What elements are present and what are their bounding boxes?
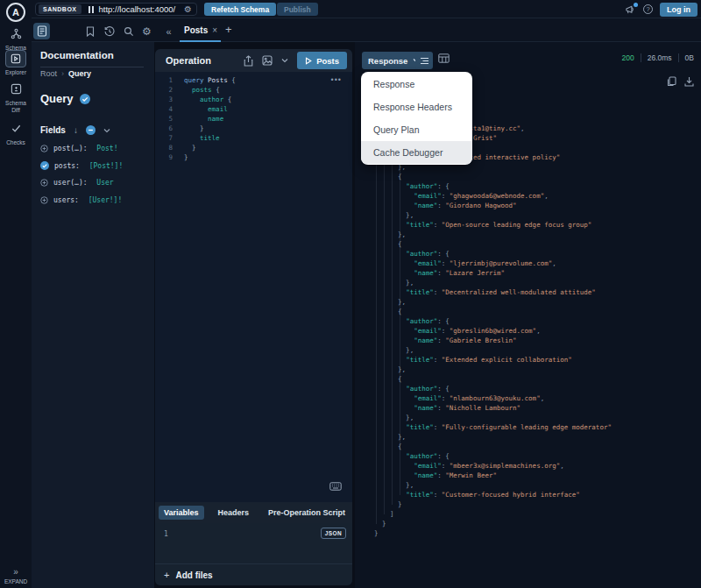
more-options-icon[interactable]: ••• [331,75,342,84]
deselect-all-icon[interactable] [86,125,96,135]
format-response-button[interactable] [415,52,433,69]
search-icon[interactable] [120,23,137,39]
run-operation-button[interactable]: Posts [297,52,347,69]
operation-panel: Operation Posts 1query Posts {2 posts {3 [155,49,352,585]
line-number: 7 [155,133,173,143]
pause-icon[interactable] [89,6,94,13]
json-line: } [374,499,701,509]
breadcrumb-root[interactable]: Root [40,69,57,78]
chevron-down-icon[interactable] [281,58,288,63]
tab-label[interactable]: Posts [184,25,208,35]
footer-tab-variables[interactable]: Variables [159,506,204,520]
saved-operations-bookmark-icon[interactable] [81,23,98,39]
checked-circle-icon[interactable] [40,161,49,170]
json-line: "name": "Lazare Jerrim" [374,268,701,278]
image-icon[interactable] [262,55,273,66]
format-lines-icon [420,57,429,65]
operation-footer-tabs: VariablesHeadersPre-Operation ScriptPost… [155,502,352,523]
json-line: "email": "ghagwooda6@webnode.com", [374,191,701,201]
field-type[interactable]: User [96,179,113,187]
menu-item-cache-debugger[interactable]: Cache Debugger [361,141,472,164]
json-line: "author": { [374,249,701,259]
share-icon[interactable] [244,55,253,67]
breadcrumb-separator: › [61,69,64,78]
field-row[interactable]: user(…): User [40,174,151,192]
latency: 26.0ms [648,53,672,62]
code-text: name [184,114,223,124]
json-line: { [374,307,701,316]
code-text: author { [184,95,231,104]
rail-label: Checks [0,139,32,146]
refetch-schema-button[interactable]: Refetch Schema [204,3,276,16]
response-status: 200 26.0ms 0B [622,53,694,62]
publish-button[interactable]: Publish [277,3,318,16]
rail-item-schema[interactable]: Schema [0,27,32,52]
connection-settings-gear-icon[interactable]: ⚙ [184,4,192,14]
variables-editor[interactable]: 1 JSON [155,523,352,563]
field-type[interactable]: [User!]! [89,196,123,204]
json-line: "email": "gbreslin6b@wired.com", [374,326,701,336]
operation-title: Operation [166,55,211,66]
code-line: 7 title [155,133,352,143]
json-line: }, [374,345,701,355]
operation-tab-posts[interactable]: Posts × [181,18,221,42]
notification-dot [634,3,638,7]
menu-item-query-plan[interactable]: Query Plan [361,118,472,141]
format-badge: JSON [321,528,346,539]
code-line: 1query Posts { [155,75,352,85]
table-view-icon[interactable] [438,53,450,63]
new-tab-button[interactable]: + [225,23,232,36]
menu-item-response-headers[interactable]: Response Headers [361,96,472,118]
json-line: }, [374,365,701,374]
json-line: { [374,374,701,384]
rail-item-schema-diff[interactable]: Schema Diff [0,82,32,114]
json-line: } [374,528,701,538]
history-icon[interactable] [101,23,117,39]
rail-item-explorer[interactable]: Explorer [0,50,32,76]
rail-item-checks[interactable]: Checks [0,122,32,146]
tab-close-icon[interactable]: × [212,25,217,35]
line-number: 6 [155,124,173,133]
json-line: "author": { [374,316,701,326]
schema-icon [11,28,22,39]
breadcrumb: Root › Query [40,69,91,78]
endpoint-url-field[interactable]: SANDBOX http://localhost:4000/ ⚙ [35,3,197,16]
json-line: "author": { [374,384,701,393]
footer-tab-headers[interactable]: Headers [213,506,255,520]
plus-circle-icon[interactable] [40,145,48,152]
chevron-down-icon[interactable] [103,128,110,133]
keyboard-shortcuts-icon[interactable] [329,482,342,491]
operation-editor[interactable]: 1query Posts {2 posts {3 author {4 email… [155,72,352,502]
apollo-logo[interactable]: A [6,3,25,22]
add-files-button[interactable]: + Add files [155,563,352,585]
field-row[interactable]: posts: [Post!]! [40,158,151,175]
json-line: "email": "mbeer3x@simplemachines.org", [374,461,701,471]
plus-circle-icon[interactable] [40,196,48,204]
json-line: }, [374,432,701,442]
sort-icon[interactable]: ↓ [74,125,78,135]
menu-item-response[interactable]: Response [361,73,472,96]
plus-circle-icon[interactable] [40,179,48,187]
json-line: "email": "ljerrimbj@purevolume.com", [374,259,701,268]
url-input[interactable]: http://localhost:4000/ [99,4,185,14]
expand-rail-button[interactable]: » EXPAND [0,563,32,584]
type-title-row: Query [40,92,90,105]
collapse-panel-icon[interactable]: « [160,23,177,39]
announcements-icon[interactable] [625,4,636,15]
field-row[interactable]: post(…): Post! [40,140,151,158]
json-line: }, [374,480,701,490]
line-number: 8 [155,143,173,152]
explorer-settings-gear-icon[interactable]: ⚙ [138,23,155,39]
footer-tab-pre-operation-script[interactable]: Pre-Operation Script [263,506,350,520]
field-type[interactable]: Post! [96,145,117,152]
field-row[interactable]: users: [User!]! [40,192,151,209]
operations-panel-icon[interactable] [33,23,50,39]
json-line: "name": "Nicholle Lambourn" [374,403,701,413]
login-button[interactable]: Log in [660,3,697,17]
help-icon[interactable]: ? [643,4,653,14]
json-line: { [374,442,701,451]
field-type[interactable]: [Post!]! [89,162,124,170]
divider [40,67,144,67]
json-line: }, [374,278,701,287]
code-text: } [184,152,188,162]
